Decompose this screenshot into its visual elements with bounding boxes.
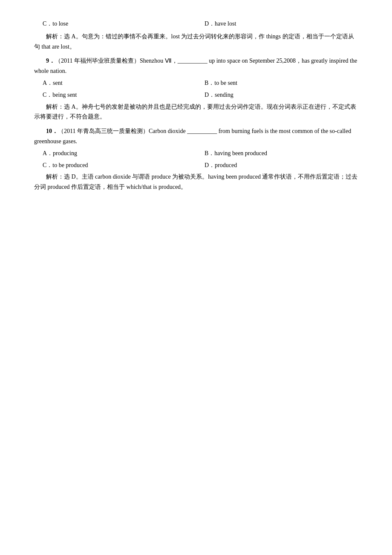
- q10-option-d: D．produced: [196, 160, 358, 171]
- q9-number: 9．: [46, 58, 55, 64]
- q9-source: （2011 年福州毕业班质量检查）: [55, 58, 140, 64]
- q9-question: 9．（2011 年福州毕业班质量检查）Shenzhou Ⅶ，__________…: [34, 56, 358, 76]
- q8-explanation: 解析：选 A。句意为：错过的事情不会再重来。lost 为过去分词转化来的形容词，…: [34, 32, 358, 52]
- q9-options-cd: C．being sent D．sending: [34, 90, 358, 100]
- q10-source: （2011 年青岛高三统一质量检测）: [58, 128, 149, 134]
- q8-options-row: C．to lose D．have lost: [34, 19, 358, 29]
- q10-options-ab: A．producing B．having been produced: [34, 148, 358, 159]
- q9-option-b: B．to be sent: [196, 78, 358, 88]
- q10-options-cd: C．to be produced D．produced: [34, 160, 358, 171]
- q10-option-a: A．producing: [34, 148, 196, 159]
- q10-option-c: C．to be produced: [34, 160, 196, 171]
- q9-explanation: 解析：选 A。神舟七号的发射是被动的并且也是已经完成的，要用过去分词作定语。现在…: [34, 102, 358, 122]
- q9-option-c: C．being sent: [34, 90, 196, 100]
- q10-number: 10．: [46, 128, 58, 134]
- q10-explanation: 解析：选 D。主语 carbon dioxide 与谓语 produce 为被动…: [34, 172, 358, 192]
- q8-option-c: C．to lose: [34, 19, 196, 29]
- q10-option-b: B．having been produced: [196, 148, 358, 159]
- q10-question: 10．（2011 年青岛高三统一质量检测）Carbon dioxide ____…: [34, 126, 358, 147]
- q9-option-a: A．sent: [34, 78, 196, 88]
- q9-option-d: D．sending: [196, 90, 358, 100]
- q8-option-d: D．have lost: [196, 19, 358, 29]
- q9-options-ab: A．sent B．to be sent: [34, 78, 358, 88]
